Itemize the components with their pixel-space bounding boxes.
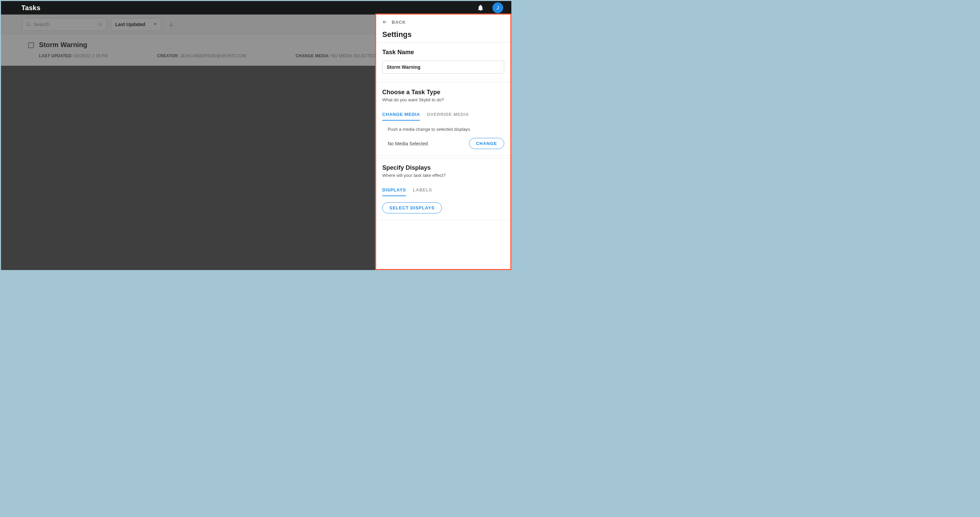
tab-labels[interactable]: LABELS <box>413 187 432 196</box>
tab-displays[interactable]: DISPLAYS <box>382 187 406 196</box>
sort-direction-icon[interactable] <box>168 21 174 27</box>
clear-search-icon[interactable] <box>98 22 103 27</box>
displays-title: Specify Displays <box>382 164 504 172</box>
task-type-card: Choose a Task Type What do you want Skyk… <box>376 82 510 155</box>
task-meta-media: CHANGE MEDIA: NO MEDIA SELECTED <box>296 54 375 58</box>
tab-override-media[interactable]: OVERRIDE MEDIA <box>426 112 469 120</box>
task-name-card: Task Name <box>376 42 510 80</box>
change-media-button[interactable]: CHANGE <box>469 138 504 149</box>
search-box[interactable] <box>22 18 107 31</box>
displays-tabs: DISPLAYS LABELS <box>382 187 504 196</box>
settings-panel: BACK Settings Task Name Choose a Task Ty… <box>375 14 511 270</box>
sort-dropdown[interactable]: Last Updated <box>111 18 161 31</box>
chevron-down-icon <box>154 23 157 25</box>
notifications-icon[interactable] <box>477 4 484 11</box>
task-meta-creator: CREATOR: JEAN.ANDERSON@SKYKIT.COM <box>157 54 246 58</box>
svg-line-1 <box>29 25 31 26</box>
back-label: BACK <box>392 20 406 25</box>
svg-point-0 <box>26 22 30 25</box>
tab-change-media[interactable]: CHANGE MEDIA <box>382 112 420 120</box>
task-name-label: Task Name <box>382 49 504 56</box>
task-type-title: Choose a Task Type <box>382 89 504 96</box>
displays-subtitle: Where will your task take effect? <box>382 173 504 178</box>
arrow-left-icon <box>382 19 388 25</box>
topbar: Tasks J <box>1 1 511 14</box>
task-type-subtitle: What do you want Skykit to do? <box>382 97 504 102</box>
media-status: No Media Selected <box>388 141 428 146</box>
back-button[interactable]: BACK <box>382 19 504 25</box>
task-checkbox[interactable] <box>28 42 34 48</box>
panel-title: Settings <box>382 30 504 39</box>
page-title: Tasks <box>21 4 40 12</box>
task-type-tabs: CHANGE MEDIA OVERRIDE MEDIA <box>382 112 504 121</box>
avatar[interactable]: J <box>492 2 503 13</box>
select-displays-button[interactable]: SELECT DISPLAYS <box>382 202 442 213</box>
task-name-input[interactable] <box>382 60 504 73</box>
task-meta-updated: LAST UPDATED: 03/25/22 2:18 PM <box>39 54 108 58</box>
search-icon <box>26 21 32 27</box>
search-input[interactable] <box>33 21 98 27</box>
sort-label: Last Updated <box>115 22 145 27</box>
displays-card: Specify Displays Where will your task ta… <box>376 158 510 220</box>
tab-description: Push a media change to selected displays… <box>382 127 504 132</box>
